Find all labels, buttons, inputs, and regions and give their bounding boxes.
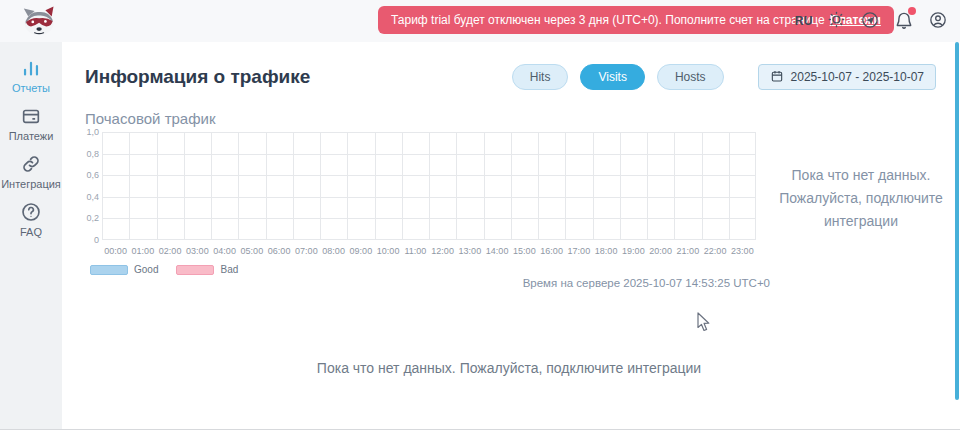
x-tick-label: 11:00 — [402, 246, 429, 256]
x-tick-label: 06:00 — [266, 246, 293, 256]
telegram-icon — [860, 10, 880, 33]
x-tick-label: 00:00 — [102, 246, 129, 256]
legend-swatch — [90, 265, 128, 275]
x-tick-label: 09:00 — [347, 246, 374, 256]
raccoon-logo[interactable] — [22, 4, 58, 38]
legend-label: Bad — [220, 264, 238, 275]
tab-visits[interactable]: Visits — [580, 64, 644, 90]
main-content: Информация о трафике HitsVisitsHosts 202… — [62, 42, 960, 429]
calendar-icon — [770, 69, 784, 86]
x-tick-label: 14:00 — [484, 246, 511, 256]
sidebar-nav: ОтчетыПлатежиИнтеграцияFAQ — [0, 42, 62, 429]
telegram-button[interactable] — [860, 10, 880, 33]
x-tick-label: 19:00 — [620, 246, 647, 256]
x-tick-label: 17:00 — [565, 246, 592, 256]
x-tick-label: 21:00 — [674, 246, 701, 256]
x-tick-label: 20:00 — [647, 246, 674, 256]
hourly-traffic-chart: 1,00,80,60,40,20 00:0001:0002:0003:0004:… — [85, 130, 775, 290]
legend-item-bad: Bad — [176, 264, 238, 275]
x-tick-label: 03:00 — [184, 246, 211, 256]
legend-item-good: Good — [90, 264, 158, 275]
date-range-picker[interactable]: 2025-10-07 - 2025-10-07 — [758, 64, 936, 90]
traffic-tabs: HitsVisitsHosts — [512, 64, 724, 90]
trial-banner-text: Тариф trial будет отключен через 3 дня (… — [391, 13, 825, 27]
profile-icon — [928, 10, 948, 33]
y-tick-label: 0,2 — [85, 213, 99, 223]
y-tick-label: 0,6 — [85, 170, 99, 180]
section-title: Почасовой трафик — [85, 110, 960, 127]
no-data-side-message: Пока что нет данных. Пожалуйста, подключ… — [764, 164, 958, 233]
y-tick-label: 0 — [85, 235, 99, 245]
x-tick-label: 15:00 — [511, 246, 538, 256]
x-tick-label: 16:00 — [538, 246, 565, 256]
x-tick-label: 01:00 — [129, 246, 156, 256]
profile-button[interactable] — [928, 10, 948, 33]
server-time: Время на сервере 2025-10-07 14:53:25 UTC… — [102, 277, 770, 289]
notifications-button[interactable] — [894, 10, 914, 33]
topbar-icons: RU — [795, 0, 948, 42]
sidebar-item-label: Платежи — [9, 130, 54, 142]
sidebar-item-reports[interactable]: Отчеты — [0, 57, 62, 94]
mouse-cursor — [696, 312, 710, 336]
y-tick-label: 0,4 — [85, 192, 99, 202]
page-title: Информация о трафике — [85, 66, 310, 88]
language-selector[interactable]: RU — [795, 14, 813, 28]
sidebar-item-label: Интеграция — [1, 178, 61, 190]
theme-toggle-button[interactable] — [827, 10, 846, 32]
tab-hosts[interactable]: Hosts — [657, 64, 724, 90]
sidebar-item-faq[interactable]: FAQ — [0, 201, 62, 238]
scrollbar-thumb[interactable] — [955, 42, 959, 400]
x-tick-label: 10:00 — [375, 246, 402, 256]
question-icon — [20, 201, 42, 223]
x-tick-label: 13:00 — [456, 246, 483, 256]
legend-label: Good — [134, 264, 158, 275]
tab-hits[interactable]: Hits — [512, 64, 569, 90]
chart-plot-area — [102, 132, 756, 240]
wallet-icon — [20, 105, 42, 127]
sidebar-item-payments[interactable]: Платежи — [0, 105, 62, 142]
x-axis: 00:0001:0002:0003:0004:0005:0006:0007:00… — [102, 246, 757, 256]
x-tick-label: 08:00 — [320, 246, 347, 256]
bar-chart-icon — [20, 57, 42, 79]
page-header: Информация о трафике HitsVisitsHosts 202… — [62, 42, 960, 90]
link-icon — [20, 153, 42, 175]
x-tick-label: 07:00 — [293, 246, 320, 256]
x-tick-label: 22:00 — [702, 246, 729, 256]
sidebar-item-label: Отчеты — [12, 82, 50, 94]
x-tick-label: 18:00 — [593, 246, 620, 256]
topbar: Тариф trial будет отключен через 3 дня (… — [0, 0, 960, 42]
legend-swatch — [176, 265, 214, 275]
x-tick-label: 04:00 — [211, 246, 238, 256]
y-tick-label: 1,0 — [85, 127, 99, 137]
notification-dot — [908, 7, 916, 15]
y-tick-label: 0,8 — [85, 149, 99, 159]
chart-legend: GoodBad — [90, 264, 238, 275]
traffic-controls: HitsVisitsHosts 2025-10-07 - 2025-10-07 — [512, 64, 936, 90]
sidebar-item-label: FAQ — [20, 226, 42, 238]
no-data-bottom-message: Пока что нет данных. Пожалуйста, подключ… — [62, 360, 956, 376]
x-tick-label: 02:00 — [157, 246, 184, 256]
x-tick-label: 05:00 — [238, 246, 265, 256]
y-axis: 1,00,80,60,40,20 — [85, 132, 99, 240]
date-range-value: 2025-10-07 - 2025-10-07 — [791, 70, 924, 84]
x-tick-label: 12:00 — [429, 246, 456, 256]
sidebar-item-integration[interactable]: Интеграция — [0, 153, 62, 190]
sun-icon — [827, 10, 846, 32]
x-tick-label: 23:00 — [729, 246, 756, 256]
